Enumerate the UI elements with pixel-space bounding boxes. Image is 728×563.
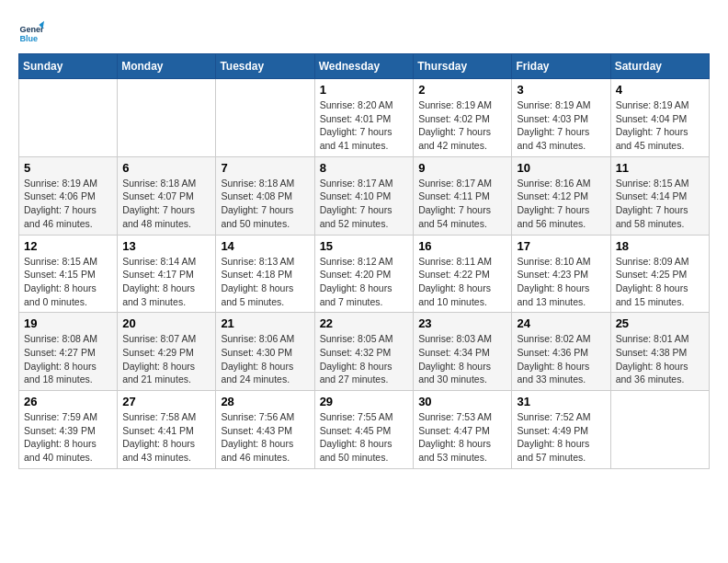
calendar-cell: 29Sunrise: 7:55 AM Sunset: 4:45 PM Dayli…	[314, 391, 414, 469]
logo-icon: General Blue	[18, 18, 44, 44]
day-info: Sunrise: 8:02 AM Sunset: 4:36 PM Dayligh…	[517, 332, 605, 386]
day-info: Sunrise: 8:18 AM Sunset: 4:08 PM Dayligh…	[221, 177, 309, 231]
day-number: 11	[616, 161, 704, 175]
day-number: 18	[616, 239, 704, 253]
calendar-cell: 18Sunrise: 8:09 AM Sunset: 4:25 PM Dayli…	[610, 235, 709, 313]
day-number: 30	[418, 395, 506, 408]
day-info: Sunrise: 7:53 AM Sunset: 4:47 PM Dayligh…	[418, 410, 506, 465]
calendar-cell: 6Sunrise: 8:18 AM Sunset: 4:07 PM Daylig…	[118, 156, 216, 235]
day-info: Sunrise: 8:08 AM Sunset: 4:27 PM Dayligh…	[24, 332, 112, 386]
calendar-cell: 15Sunrise: 8:12 AM Sunset: 4:20 PM Dayli…	[314, 235, 414, 313]
calendar-cell: 4Sunrise: 8:19 AM Sunset: 4:04 PM Daylig…	[610, 79, 709, 157]
day-info: Sunrise: 7:58 AM Sunset: 4:41 PM Dayligh…	[122, 410, 210, 465]
day-number: 5	[24, 161, 112, 175]
day-number: 23	[418, 316, 506, 330]
day-number: 26	[24, 395, 112, 408]
day-info: Sunrise: 8:07 AM Sunset: 4:29 PM Dayligh…	[122, 332, 210, 386]
day-info: Sunrise: 7:55 AM Sunset: 4:45 PM Dayligh…	[320, 410, 409, 465]
day-header-tuesday: Tuesday	[216, 54, 314, 79]
day-number: 9	[418, 161, 506, 175]
calendar-cell: 30Sunrise: 7:53 AM Sunset: 4:47 PM Dayli…	[414, 391, 512, 469]
day-info: Sunrise: 8:09 AM Sunset: 4:25 PM Dayligh…	[616, 255, 704, 309]
calendar-cell: 20Sunrise: 8:07 AM Sunset: 4:29 PM Dayli…	[118, 313, 216, 391]
day-info: Sunrise: 7:56 AM Sunset: 4:43 PM Dayligh…	[221, 410, 309, 465]
day-info: Sunrise: 8:16 AM Sunset: 4:12 PM Dayligh…	[517, 177, 605, 231]
day-info: Sunrise: 8:03 AM Sunset: 4:34 PM Dayligh…	[418, 332, 506, 386]
day-info: Sunrise: 8:13 AM Sunset: 4:18 PM Dayligh…	[221, 255, 309, 309]
calendar-cell: 26Sunrise: 7:59 AM Sunset: 4:39 PM Dayli…	[19, 391, 118, 469]
calendar-cell: 17Sunrise: 8:10 AM Sunset: 4:23 PM Dayli…	[512, 235, 610, 313]
calendar-cell	[610, 391, 709, 469]
page-header: General Blue	[18, 18, 710, 44]
day-info: Sunrise: 8:19 AM Sunset: 4:06 PM Dayligh…	[24, 177, 112, 231]
week-row-3: 19Sunrise: 8:08 AM Sunset: 4:27 PM Dayli…	[19, 313, 710, 391]
day-number: 28	[221, 395, 309, 408]
day-number: 10	[517, 161, 605, 175]
calendar-cell: 8Sunrise: 8:17 AM Sunset: 4:10 PM Daylig…	[314, 156, 414, 235]
day-info: Sunrise: 8:15 AM Sunset: 4:14 PM Dayligh…	[616, 177, 704, 231]
day-header-sunday: Sunday	[19, 54, 118, 79]
calendar-cell: 12Sunrise: 8:15 AM Sunset: 4:15 PM Dayli…	[19, 235, 118, 313]
day-number: 17	[517, 239, 605, 253]
logo: General Blue	[18, 18, 48, 44]
calendar-cell: 11Sunrise: 8:15 AM Sunset: 4:14 PM Dayli…	[610, 156, 709, 235]
calendar-cell: 31Sunrise: 7:52 AM Sunset: 4:49 PM Dayli…	[512, 391, 610, 469]
day-header-friday: Friday	[512, 54, 610, 79]
day-number: 2	[418, 83, 506, 97]
day-number: 27	[122, 395, 210, 408]
day-number: 4	[616, 83, 704, 97]
day-number: 14	[221, 239, 309, 253]
day-number: 19	[24, 316, 112, 330]
day-info: Sunrise: 7:59 AM Sunset: 4:39 PM Dayligh…	[24, 410, 112, 465]
day-number: 15	[320, 239, 409, 253]
day-info: Sunrise: 8:12 AM Sunset: 4:20 PM Dayligh…	[320, 255, 409, 309]
calendar-cell: 13Sunrise: 8:14 AM Sunset: 4:17 PM Dayli…	[118, 235, 216, 313]
day-header-thursday: Thursday	[414, 54, 512, 79]
day-number: 1	[320, 83, 409, 97]
calendar-cell: 22Sunrise: 8:05 AM Sunset: 4:32 PM Dayli…	[314, 313, 414, 391]
day-number: 21	[221, 316, 309, 330]
day-number: 22	[320, 316, 409, 330]
day-number: 16	[418, 239, 506, 253]
day-info: Sunrise: 8:17 AM Sunset: 4:11 PM Dayligh…	[418, 177, 506, 231]
day-header-monday: Monday	[118, 54, 216, 79]
calendar-cell: 19Sunrise: 8:08 AM Sunset: 4:27 PM Dayli…	[19, 313, 118, 391]
day-info: Sunrise: 8:17 AM Sunset: 4:10 PM Dayligh…	[320, 177, 409, 231]
day-info: Sunrise: 8:20 AM Sunset: 4:01 PM Dayligh…	[320, 98, 409, 153]
day-number: 3	[517, 83, 605, 97]
days-header-row: SundayMondayTuesdayWednesdayThursdayFrid…	[19, 54, 710, 79]
day-number: 13	[122, 239, 210, 253]
svg-text:Blue: Blue	[19, 34, 38, 43]
day-info: Sunrise: 8:06 AM Sunset: 4:30 PM Dayligh…	[221, 332, 309, 386]
calendar-cell: 16Sunrise: 8:11 AM Sunset: 4:22 PM Dayli…	[414, 235, 512, 313]
day-info: Sunrise: 8:10 AM Sunset: 4:23 PM Dayligh…	[517, 255, 605, 309]
calendar-cell: 2Sunrise: 8:19 AM Sunset: 4:02 PM Daylig…	[414, 79, 512, 157]
day-header-saturday: Saturday	[610, 54, 709, 79]
calendar-cell: 21Sunrise: 8:06 AM Sunset: 4:30 PM Dayli…	[216, 313, 314, 391]
day-number: 31	[517, 395, 605, 408]
day-info: Sunrise: 8:18 AM Sunset: 4:07 PM Dayligh…	[122, 177, 210, 231]
day-number: 20	[122, 316, 210, 330]
week-row-0: 1Sunrise: 8:20 AM Sunset: 4:01 PM Daylig…	[19, 79, 710, 157]
calendar-table: SundayMondayTuesdayWednesdayThursdayFrid…	[18, 53, 710, 469]
calendar-cell: 5Sunrise: 8:19 AM Sunset: 4:06 PM Daylig…	[19, 156, 118, 235]
week-row-1: 5Sunrise: 8:19 AM Sunset: 4:06 PM Daylig…	[19, 156, 710, 235]
week-row-4: 26Sunrise: 7:59 AM Sunset: 4:39 PM Dayli…	[19, 391, 710, 469]
calendar-cell: 25Sunrise: 8:01 AM Sunset: 4:38 PM Dayli…	[610, 313, 709, 391]
calendar-cell: 24Sunrise: 8:02 AM Sunset: 4:36 PM Dayli…	[512, 313, 610, 391]
day-number: 8	[320, 161, 409, 175]
day-info: Sunrise: 8:01 AM Sunset: 4:38 PM Dayligh…	[616, 332, 704, 386]
calendar-cell: 9Sunrise: 8:17 AM Sunset: 4:11 PM Daylig…	[414, 156, 512, 235]
day-info: Sunrise: 8:14 AM Sunset: 4:17 PM Dayligh…	[122, 255, 210, 309]
calendar-cell: 1Sunrise: 8:20 AM Sunset: 4:01 PM Daylig…	[314, 79, 414, 157]
day-info: Sunrise: 8:19 AM Sunset: 4:02 PM Dayligh…	[418, 98, 506, 153]
calendar-cell: 10Sunrise: 8:16 AM Sunset: 4:12 PM Dayli…	[512, 156, 610, 235]
calendar-cell: 23Sunrise: 8:03 AM Sunset: 4:34 PM Dayli…	[414, 313, 512, 391]
calendar-cell	[19, 79, 118, 157]
day-info: Sunrise: 8:11 AM Sunset: 4:22 PM Dayligh…	[418, 255, 506, 309]
day-header-wednesday: Wednesday	[314, 54, 414, 79]
day-info: Sunrise: 7:52 AM Sunset: 4:49 PM Dayligh…	[517, 410, 605, 465]
day-number: 7	[221, 161, 309, 175]
day-number: 25	[616, 316, 704, 330]
calendar-cell	[216, 79, 314, 157]
